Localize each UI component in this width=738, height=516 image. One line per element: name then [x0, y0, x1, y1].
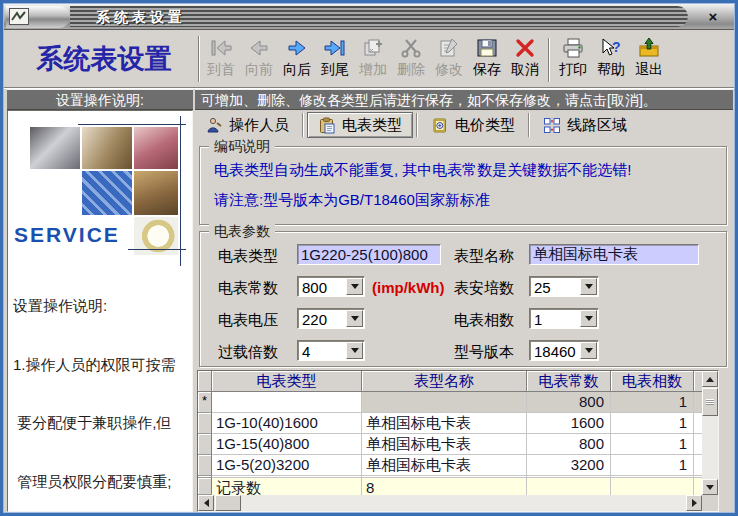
tab-meter-type[interactable]: 电表类型	[307, 112, 413, 138]
model-name-label: 表型名称	[454, 247, 514, 266]
column-header[interactable]: 电表类型	[212, 371, 362, 392]
price-book-icon	[431, 117, 449, 134]
tab-label: 操作人员	[229, 116, 289, 135]
ampere-label: 表安培数	[454, 279, 514, 298]
combo-value: 220	[302, 311, 327, 328]
toolbar-button-label: 到首	[207, 61, 235, 79]
cell-phase[interactable]: 1	[611, 392, 694, 413]
vertical-scrollbar[interactable]	[702, 371, 718, 495]
region-diagram-icon	[543, 117, 561, 134]
tab-separator	[416, 113, 418, 137]
cell-model-name[interactable]: 单相国标电卡表	[362, 455, 527, 476]
version-select[interactable]: 18460	[529, 340, 599, 361]
operator-person-icon	[205, 117, 223, 134]
toolbar-button-label: 向后	[283, 61, 311, 79]
cell-filler	[694, 455, 702, 476]
toolbar-button-last[interactable]: 到尾	[316, 34, 354, 84]
overload-select[interactable]: 4	[297, 340, 365, 361]
dropdown-arrow-icon[interactable]	[580, 310, 597, 327]
new-row-marker[interactable]: *	[198, 392, 212, 413]
column-header[interactable]: 电表常数	[527, 371, 611, 392]
scroll-right-button[interactable]	[686, 495, 702, 511]
toolbar-button-label: 保存	[473, 61, 501, 79]
record-count-label: 记录数	[212, 478, 362, 495]
horizontal-scroll-thumb[interactable]	[215, 495, 241, 511]
cell-constant[interactable]: 3200	[527, 455, 611, 476]
toolbar-button-label: 打印	[559, 61, 587, 79]
column-header[interactable]: 表型名称	[362, 371, 527, 392]
tab-price-type[interactable]: 电价类型	[421, 112, 525, 138]
dropdown-arrow-icon[interactable]	[580, 278, 597, 295]
app-logo-icon	[9, 8, 29, 25]
dropdown-arrow-icon[interactable]	[346, 342, 363, 359]
toolbar-button-prev: 向前	[240, 34, 278, 84]
toolbar-button-cancel[interactable]: 取消	[506, 34, 544, 84]
cell-phase[interactable]: 1	[611, 455, 694, 476]
cell-constant[interactable]: 1600	[527, 413, 611, 434]
tab-separator	[528, 113, 530, 137]
combo-value: 1	[534, 311, 542, 328]
groupbox-title: 编码说明	[209, 138, 275, 154]
toolbar-button-label: 到尾	[321, 61, 349, 79]
dropdown-arrow-icon[interactable]	[580, 342, 597, 359]
cell-model-name[interactable]: 单相国标电卡表	[362, 434, 527, 455]
tab-label: 电价类型	[455, 116, 515, 135]
column-header[interactable]: 电表相数	[611, 371, 694, 392]
tab-bar: 操作人员 电表类型 电价类型 线路区域	[195, 110, 733, 140]
horizontal-scrollbar[interactable]	[198, 495, 702, 511]
cell-meter-type[interactable]: 1G-15(40)800	[212, 434, 362, 455]
model-name-input[interactable]	[529, 244, 699, 265]
version-label: 型号版本	[454, 343, 514, 362]
row-selector[interactable]	[198, 413, 212, 434]
tab-separator	[302, 113, 304, 137]
go-next-icon	[284, 34, 310, 61]
cell-constant[interactable]: 800	[527, 392, 611, 413]
dropdown-arrow-icon[interactable]	[346, 310, 363, 327]
meter-type-input[interactable]	[297, 244, 441, 265]
cell-model-name[interactable]: 单相国标电卡表	[362, 413, 527, 434]
meter-table: 电表类型 表型名称 电表常数 电表相数 * 800 1 1G-10(40)160…	[197, 370, 719, 512]
scroll-up-button[interactable]	[702, 371, 718, 387]
edit-icon	[436, 34, 462, 61]
close-icon[interactable]: ×	[702, 7, 724, 26]
cell-filler	[694, 434, 702, 455]
dropdown-arrow-icon[interactable]	[346, 278, 363, 295]
row-selector[interactable]	[198, 434, 212, 455]
scroll-down-button[interactable]	[702, 479, 718, 495]
tab-operators[interactable]: 操作人员	[195, 112, 299, 138]
cell-meter-type[interactable]: 1G-5(20)3200	[212, 455, 362, 476]
vertical-scroll-thumb[interactable]	[702, 388, 718, 416]
toolbar-button-next[interactable]: 向后	[278, 34, 316, 84]
toolbar-button-add: 增加	[354, 34, 392, 84]
footer-cell	[694, 478, 702, 495]
service-text: SERVICE	[14, 223, 120, 247]
combo-value: 4	[302, 343, 310, 360]
cell-constant[interactable]: 800	[527, 434, 611, 455]
exit-icon	[636, 34, 662, 61]
cell-model-name[interactable]	[362, 392, 527, 413]
scroll-left-button[interactable]	[198, 495, 214, 511]
toolbar-button-save[interactable]: 保存	[468, 34, 506, 84]
toolbar-button-help[interactable]: ? 帮助	[592, 34, 630, 84]
toolbar-group-separator	[544, 34, 554, 84]
meter-constant-select[interactable]: 800	[297, 276, 365, 297]
toolbar-button-print[interactable]: 打印	[554, 34, 592, 84]
cell-phase[interactable]: 1	[611, 413, 694, 434]
ampere-select[interactable]: 25	[529, 276, 599, 297]
toolbar-button-exit[interactable]: 退出	[630, 34, 668, 84]
cell-meter-type[interactable]: 1G-10(40)1600	[212, 413, 362, 434]
cell-meter-type[interactable]	[212, 392, 362, 413]
voltage-label: 电表电压	[218, 311, 278, 330]
decor-line	[78, 124, 186, 125]
hint-bar: 可增加、删除、修改各类型后请进行保存，如不保存修改，请点击[取消]。	[195, 89, 733, 110]
save-icon	[474, 34, 500, 61]
sidebar-panel: SERVICE 设置操作说明: 1.操作人员的权限可按需 要分配便于兼职操作,但…	[7, 110, 193, 512]
tab-line-region[interactable]: 线路区域	[533, 112, 637, 138]
voltage-select[interactable]: 220	[297, 308, 365, 329]
constant-unit-label: (imp/kWh)	[372, 279, 445, 296]
phase-select[interactable]: 1	[529, 308, 599, 329]
instructions-text: 设置操作说明: 1.操作人员的权限可按需 要分配便于兼职操作,但 管理员权限分配…	[13, 257, 193, 512]
cell-phase[interactable]: 1	[611, 434, 694, 455]
row-selector[interactable]	[198, 455, 212, 476]
clipboard-icon	[318, 117, 336, 134]
